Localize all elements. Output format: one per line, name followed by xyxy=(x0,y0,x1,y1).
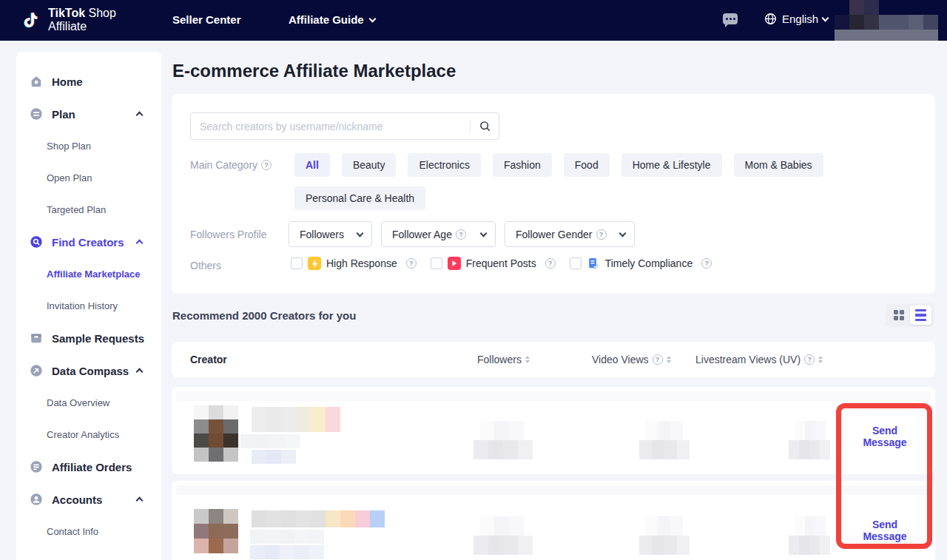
creator-row[interactable]: Send Message xyxy=(172,387,935,474)
timely-compliance-filter[interactable]: Timely Compliance xyxy=(570,257,712,270)
help-icon[interactable] xyxy=(804,354,815,365)
creator-row[interactable]: Send Message xyxy=(172,481,935,560)
accounts-icon xyxy=(30,493,43,506)
creator-tags-blurred xyxy=(250,545,324,559)
category-pill-beauty[interactable]: Beauty xyxy=(342,153,397,177)
category-pill-home-lifestyle[interactable]: Home & Lifestyle xyxy=(621,153,722,177)
search-input[interactable] xyxy=(191,121,470,132)
app-window: TikTok Shop Affiliate Seller Center Affi… xyxy=(0,0,947,560)
view-toggle xyxy=(886,303,934,327)
creator-name-blurred xyxy=(252,407,340,432)
message-icon[interactable] xyxy=(723,13,738,24)
frequent-posts-filter[interactable]: Frequent Posts xyxy=(431,257,556,270)
category-pill-electronics[interactable]: Electronics xyxy=(408,153,480,177)
globe-icon xyxy=(764,13,778,25)
livestream-views-value-blurred xyxy=(789,516,830,555)
help-icon[interactable] xyxy=(261,160,272,170)
category-pill-all[interactable]: All xyxy=(294,153,330,177)
others-filters: High Response Frequent Posts T xyxy=(291,257,712,270)
main-content: E-commerce Affiliate Marketplace Main Ca… xyxy=(172,52,935,560)
follower-gender-dropdown[interactable]: Follower Gender xyxy=(505,221,635,247)
sidebar-item-contact-info[interactable]: Contact Info xyxy=(16,516,161,547)
sort-icon[interactable] xyxy=(667,356,671,363)
chevron-down-icon xyxy=(619,229,627,237)
checkbox[interactable] xyxy=(291,257,303,269)
chevron-down-icon xyxy=(480,229,488,237)
search-icon[interactable] xyxy=(471,120,499,132)
sidebar-item-data-overview[interactable]: Data Overview xyxy=(16,387,161,419)
follower-age-dropdown[interactable]: Follower Age xyxy=(381,221,496,247)
sidebar-item-home[interactable]: Home xyxy=(16,65,161,98)
nav-seller-center[interactable]: Seller Center xyxy=(172,13,241,26)
chevron-up-icon[interactable] xyxy=(136,368,144,376)
grid-view-button[interactable] xyxy=(888,306,909,325)
followers-dropdown[interactable]: Followers xyxy=(289,221,372,247)
category-pill-mom-babies[interactable]: Mom & Babies xyxy=(734,153,823,177)
chevron-down-icon xyxy=(822,14,829,21)
category-pills: All Beauty Electronics Fashion Food Home… xyxy=(294,153,931,210)
list-view-button[interactable] xyxy=(910,306,931,325)
find-creators-icon xyxy=(30,235,43,249)
sort-icon[interactable] xyxy=(818,356,823,363)
sidebar-item-find-creators[interactable]: Find Creators xyxy=(16,226,161,258)
top-nav: TikTok Shop Affiliate Seller Center Affi… xyxy=(0,0,947,41)
sidebar-item-sample-requests[interactable]: Sample Requests xyxy=(16,322,161,354)
category-pill-fashion[interactable]: Fashion xyxy=(493,153,552,177)
sample-requests-icon xyxy=(30,331,43,345)
chevron-up-icon[interactable] xyxy=(136,240,144,247)
sidebar-item-affiliate-marketplace[interactable]: Affiliate Marketplace xyxy=(16,258,161,290)
chevron-up-icon[interactable] xyxy=(136,497,144,505)
logo-text: TikTok Shop Affiliate xyxy=(48,7,116,33)
help-icon[interactable] xyxy=(653,354,663,365)
sidebar-item-accounts[interactable]: Accounts xyxy=(16,483,161,516)
help-icon[interactable] xyxy=(596,229,607,240)
chevron-down-icon xyxy=(357,229,364,237)
others-label: Others xyxy=(190,260,221,271)
help-icon[interactable] xyxy=(456,229,466,240)
chevron-up-icon[interactable] xyxy=(136,112,144,119)
list-icon xyxy=(915,309,926,322)
sidebar-item-plan[interactable]: Plan xyxy=(16,98,161,130)
sidebar-item-targeted-plan[interactable]: Targeted Plan xyxy=(16,194,161,226)
tiktok-shop-affiliate-logo[interactable]: TikTok Shop Affiliate xyxy=(22,7,116,33)
account-area-blurred[interactable] xyxy=(835,0,938,41)
column-creator: Creator xyxy=(190,342,227,377)
high-response-filter[interactable]: High Response xyxy=(291,257,417,270)
livestream-views-value-blurred xyxy=(789,421,830,459)
help-icon[interactable] xyxy=(545,258,556,269)
lightning-icon xyxy=(308,257,321,270)
sidebar-item-open-plan[interactable]: Open Plan xyxy=(16,162,161,194)
category-pill-food[interactable]: Food xyxy=(564,153,610,177)
checkbox[interactable] xyxy=(570,257,582,269)
sidebar-item-affiliate-orders[interactable]: Affiliate Orders xyxy=(16,451,161,483)
home-icon xyxy=(30,75,43,88)
sidebar-item-shop-plan[interactable]: Shop Plan xyxy=(16,130,161,162)
nav-affiliate-guide[interactable]: Affiliate Guide xyxy=(289,13,375,26)
checkbox[interactable] xyxy=(431,257,442,269)
help-icon[interactable] xyxy=(406,258,417,269)
table-header: Creator Followers Video Views Livestream… xyxy=(172,342,935,377)
send-message-button[interactable]: Send Message xyxy=(849,425,920,448)
creator-avatar-blurred xyxy=(194,509,238,553)
send-message-button[interactable]: Send Message xyxy=(849,519,920,542)
sidebar: Home Plan Shop Plan Open Plan Targeted P… xyxy=(16,52,161,560)
language-selector[interactable]: English xyxy=(764,13,828,25)
sidebar-item-invitation-history[interactable]: Invitation History xyxy=(16,290,161,322)
creator-search-box xyxy=(190,112,499,140)
column-livestream-views[interactable]: Livestream Views (UV) xyxy=(695,342,823,377)
followers-profile-label: Followers Profile xyxy=(190,229,266,240)
column-video-views[interactable]: Video Views xyxy=(592,342,671,377)
followers-value-blurred xyxy=(474,421,533,459)
sidebar-item-data-compass[interactable]: Data Compass xyxy=(16,354,161,387)
document-check-icon xyxy=(587,257,600,270)
category-pill-personal-care-health[interactable]: Personal Care & Health xyxy=(294,186,425,210)
blurred-strip xyxy=(176,391,931,401)
data-compass-icon xyxy=(30,364,43,377)
chevron-down-icon xyxy=(368,15,376,22)
followers-value-blurred xyxy=(474,516,533,555)
sidebar-item-creator-analytics[interactable]: Creator Analytics xyxy=(16,419,161,451)
help-icon[interactable] xyxy=(701,258,712,269)
creator-tags-blurred xyxy=(252,450,296,464)
column-followers[interactable]: Followers xyxy=(477,342,530,377)
sort-icon[interactable] xyxy=(525,356,530,363)
